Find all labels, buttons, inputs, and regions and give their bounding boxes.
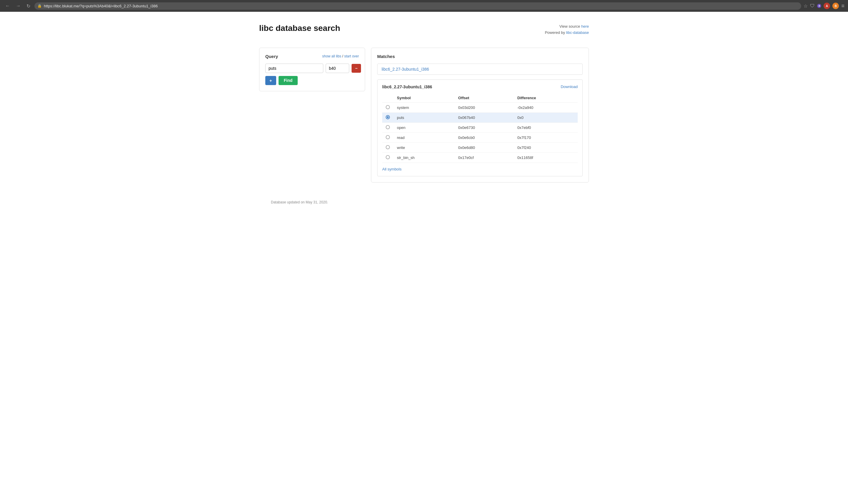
radio-icon[interactable]	[386, 155, 390, 159]
menu-icon[interactable]: ≡	[841, 3, 845, 9]
matches-title: Matches	[377, 54, 583, 59]
query-title: Query	[265, 54, 278, 59]
table-cell-radio[interactable]	[382, 143, 393, 152]
table-cell-radio[interactable]	[382, 152, 393, 162]
view-source-line: View source here	[545, 23, 589, 30]
view-source-prefix: View source	[559, 24, 581, 29]
table-cell-offset: 0x0e6cb0	[455, 132, 514, 143]
table-cell-symbol: open	[393, 123, 455, 132]
show-all-libs-link[interactable]: show all libs	[322, 54, 341, 58]
download-link[interactable]: Download	[561, 85, 578, 89]
offset-input[interactable]	[326, 64, 349, 73]
col-offset: Offset	[455, 93, 514, 103]
table-cell-radio[interactable]	[382, 132, 393, 143]
table-row[interactable]: str_bin_sh0x17e0cf0x11658f	[382, 152, 578, 162]
table-cell-offset: 0x0e6730	[455, 123, 514, 132]
table-cell-difference: 0x7f240	[514, 143, 578, 152]
table-cell-difference: 0x0	[514, 112, 578, 123]
table-cell-difference: 0x7f170	[514, 132, 578, 143]
table-cell-radio[interactable]	[382, 112, 393, 123]
query-panel-header: Query show all libs / start over	[265, 54, 359, 59]
radio-icon[interactable]	[386, 145, 390, 149]
table-row[interactable]: open0x0e67300x7ebf0	[382, 123, 578, 132]
col-radio	[382, 93, 393, 103]
table-cell-symbol: write	[393, 143, 455, 152]
radio-icon[interactable]	[386, 115, 390, 119]
add-button[interactable]: +	[265, 76, 276, 85]
all-symbols-link[interactable]: All symbols	[382, 167, 402, 171]
header-links: View source here Powered by libc-databas…	[545, 23, 589, 36]
page-header: libc database search View source here Po…	[259, 23, 589, 36]
find-button[interactable]: Find	[278, 76, 298, 85]
table-cell-offset: 0x067b40	[455, 112, 514, 123]
avatar-2: B	[832, 3, 839, 9]
symbol-input[interactable]	[265, 64, 323, 73]
radio-icon[interactable]	[386, 125, 390, 129]
footer-text: Database updated on May 31, 2020.	[271, 200, 328, 204]
table-cell-difference: -0x2a940	[514, 103, 578, 112]
powered-by-prefix: Powered by	[545, 30, 566, 35]
forward-button[interactable]: →	[14, 2, 22, 10]
detail-lib-name: libc6_2.27-3ubuntu1_i386	[382, 85, 432, 89]
powered-by-link[interactable]: libc-database	[566, 30, 589, 35]
table-header-row: Symbol Offset Difference	[382, 93, 578, 103]
table-cell-symbol: system	[393, 103, 455, 112]
address-bar-wrapper: 🔒	[34, 2, 801, 10]
query-panel: Query show all libs / start over − + Fin…	[259, 48, 365, 91]
star-icon[interactable]: ☆	[804, 3, 808, 9]
table-row[interactable]: puts0x067b400x0	[382, 112, 578, 123]
query-row: −	[265, 64, 359, 73]
table-cell-offset: 0x17e0cf	[455, 152, 514, 162]
divider: /	[342, 54, 343, 58]
view-source-link[interactable]: here	[581, 24, 589, 29]
table-cell-radio[interactable]	[382, 103, 393, 112]
symbols-table: Symbol Offset Difference system0x03d200-…	[382, 93, 578, 163]
page-wrapper: libc database search View source here Po…	[247, 12, 601, 222]
back-button[interactable]: ←	[3, 2, 12, 10]
extension-badge: 8	[817, 4, 821, 8]
start-over-link[interactable]: start over	[344, 54, 359, 58]
detail-header: libc6_2.27-3ubuntu1_i386 Download	[382, 85, 578, 89]
match-link-box: libc6_2.27-3ubuntu1_i386	[377, 64, 583, 75]
table-cell-symbol: str_bin_sh	[393, 152, 455, 162]
table-row[interactable]: system0x03d200-0x2a940	[382, 103, 578, 112]
table-cell-difference: 0x11658f	[514, 152, 578, 162]
page-footer: Database updated on May 31, 2020.	[259, 200, 589, 204]
radio-icon[interactable]	[386, 105, 390, 109]
shield-icon[interactable]: 🛡	[810, 3, 815, 8]
lock-icon: 🔒	[37, 4, 42, 8]
table-cell-symbol: read	[393, 132, 455, 143]
table-cell-radio[interactable]	[382, 123, 393, 132]
query-actions: + Find	[265, 76, 359, 85]
remove-button[interactable]: −	[351, 64, 361, 73]
table-cell-difference: 0x7ebf0	[514, 123, 578, 132]
main-layout: Query show all libs / start over − + Fin…	[259, 48, 589, 182]
browser-right-icons: ☆ 🛡 8 A B ≡	[804, 3, 845, 9]
reload-button[interactable]: ↻	[25, 2, 32, 10]
table-cell-offset: 0x0e6d80	[455, 143, 514, 152]
col-difference: Difference	[514, 93, 578, 103]
page-title: libc database search	[259, 23, 340, 33]
symbols-tbody: system0x03d200-0x2a940puts0x067b400x0ope…	[382, 103, 578, 162]
powered-by-line: Powered by libc-database	[545, 30, 589, 36]
table-cell-symbol: puts	[393, 112, 455, 123]
detail-box: libc6_2.27-3ubuntu1_i386 Download Symbol…	[377, 79, 583, 176]
matches-panel: Matches libc6_2.27-3ubuntu1_i386 libc6_2…	[371, 48, 589, 182]
col-symbol: Symbol	[393, 93, 455, 103]
table-cell-offset: 0x03d200	[455, 103, 514, 112]
query-links: show all libs / start over	[322, 54, 359, 58]
browser-chrome: ← → ↻ 🔒 ☆ 🛡 8 A B ≡	[0, 0, 848, 12]
address-bar[interactable]	[34, 2, 801, 10]
avatar-1: A	[824, 3, 830, 9]
table-row[interactable]: write0x0e6d800x7f240	[382, 143, 578, 152]
radio-icon[interactable]	[386, 135, 390, 139]
table-row[interactable]: read0x0e6cb00x7f170	[382, 132, 578, 143]
match-link[interactable]: libc6_2.27-3ubuntu1_i386	[382, 67, 429, 72]
